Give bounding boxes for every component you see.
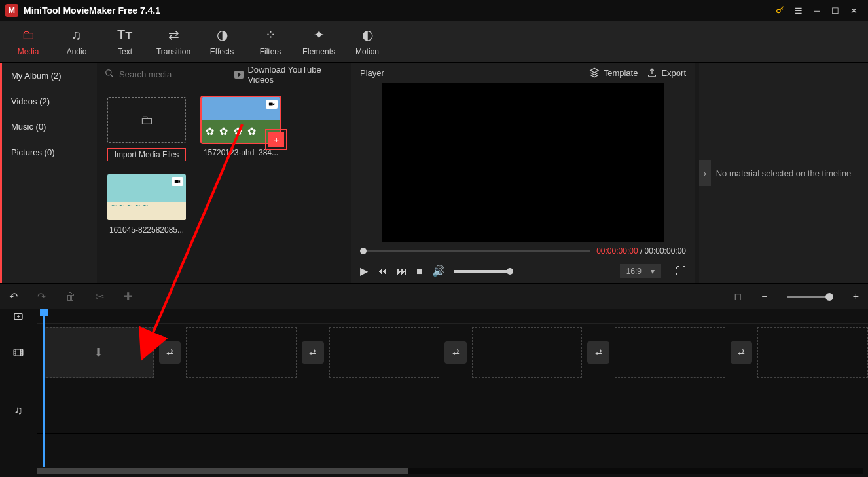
undo-button[interactable]: ↶ (9, 290, 18, 303)
svg-point-0 (777, 9, 780, 12)
media-clip-2[interactable]: 161045-822582085... (107, 174, 186, 235)
video-track[interactable]: ⬇ ⇄ ⇄ ⇄ ⇄ ⇄ (37, 324, 868, 381)
volume-icon[interactable]: 🔊 (432, 265, 445, 277)
transition-placeholder[interactable]: ⇄ (587, 341, 609, 364)
media-browser: Download YouTube Videos 🗀 Import Media F… (97, 63, 347, 283)
clip-caption: 161045-822582085... (107, 225, 186, 235)
sidebar-item-music[interactable]: Music (0) (2, 114, 97, 140)
panel-collapse-handle[interactable]: › (699, 160, 711, 186)
transition-placeholder[interactable]: ⇄ (731, 341, 753, 364)
transition-placeholder[interactable]: ⇄ (444, 341, 467, 364)
progress-bar[interactable] (360, 250, 590, 252)
clip-thumbnail[interactable]: + (202, 97, 280, 143)
split-button[interactable]: ✂ (96, 290, 104, 303)
magnet-icon[interactable]: ⊓ (734, 290, 742, 303)
play-button[interactable]: ▶ (360, 265, 368, 277)
import-card[interactable]: 🗀 Import Media Files (107, 97, 186, 161)
next-frame-button[interactable]: ⏭ (397, 265, 407, 277)
template-button[interactable]: Template (589, 67, 638, 78)
tab-transition[interactable]: ⇄Transition (152, 27, 195, 56)
menu-icon[interactable]: ☰ (789, 6, 808, 16)
prev-frame-button[interactable]: ⏮ (377, 265, 388, 277)
tab-elements[interactable]: ✦Elements (297, 27, 340, 56)
video-track-icon[interactable] (0, 324, 37, 381)
tab-filters[interactable]: ⁘Filters (249, 27, 292, 56)
zoom-slider[interactable] (787, 296, 833, 298)
transition-placeholder[interactable]: ⇄ (302, 341, 324, 364)
effects-icon: ◑ (200, 27, 244, 43)
maximize-button[interactable]: ☐ (826, 6, 844, 16)
tab-media[interactable]: 🗀Media (7, 28, 50, 56)
add-to-timeline-button[interactable]: + (268, 132, 284, 147)
timeline-slot[interactable]: ⬇ (43, 327, 154, 378)
sidebar-item-videos[interactable]: Videos (2) (2, 88, 97, 114)
transition-placeholder[interactable]: ⇄ (159, 341, 181, 364)
aspect-ratio-select[interactable]: 16:9 ▾ (620, 264, 661, 278)
timeline-slot[interactable] (615, 327, 725, 378)
delete-button[interactable]: 🗑 (65, 291, 76, 303)
redo-button[interactable]: ↷ (37, 290, 46, 303)
close-button[interactable]: ✕ (844, 6, 863, 16)
tab-motion[interactable]: ◐Motion (346, 27, 389, 56)
add-track-button[interactable] (0, 309, 37, 324)
main-area: My Album (2) Videos (2) Music (0) Pictur… (0, 63, 868, 283)
video-badge-icon (266, 100, 278, 109)
tab-effects[interactable]: ◑Effects (200, 27, 244, 56)
zoom-in-button[interactable]: + (853, 291, 859, 303)
audio-track[interactable] (37, 381, 868, 434)
tab-bar: 🗀Media ♫Audio TᴛText ⇄Transition ◑Effect… (0, 21, 868, 63)
download-youtube-link[interactable]: Download YouTube Videos (234, 65, 339, 85)
timeline-slot[interactable] (472, 327, 583, 378)
search-icon (105, 69, 114, 80)
timeline-body[interactable]: ⬇ ⇄ ⇄ ⇄ ⇄ ⇄ (37, 309, 868, 477)
progress-row: 00:00:00:00 / 00:00:00:00 (351, 242, 695, 259)
filters-icon: ⁘ (249, 27, 292, 43)
text-icon: Tᴛ (103, 27, 147, 43)
svg-rect-2 (269, 103, 273, 106)
media-sidebar: My Album (2) Videos (2) Music (0) Pictur… (0, 63, 97, 283)
svg-rect-3 (175, 180, 179, 183)
titlebar: M MiniTool MovieMaker Free 7.4.1 ☰ ─ ☐ ✕ (0, 0, 868, 21)
tab-audio[interactable]: ♫Audio (55, 28, 98, 56)
app-title: MiniTool MovieMaker Free 7.4.1 (24, 5, 771, 16)
audio-track-icon[interactable]: ♫ (0, 381, 37, 439)
sidebar-item-my-album[interactable]: My Album (2) (2, 63, 97, 88)
youtube-icon (234, 71, 244, 79)
timeline: ♫ ⬇ ⇄ ⇄ ⇄ ⇄ ⇄ (0, 309, 868, 477)
media-clip-1[interactable]: + 15720123-uhd_384... (202, 97, 280, 161)
crop-button[interactable]: ✚ (124, 290, 132, 303)
tab-text[interactable]: TᴛText (103, 27, 147, 56)
media-browser-toolbar: Download YouTube Videos (97, 63, 347, 86)
search-input[interactable] (119, 69, 229, 79)
premium-key-icon[interactable] (771, 5, 789, 17)
svg-point-1 (106, 70, 111, 75)
media-thumbnails: 🗀 Import Media Files + 15720123-uhd_384.… (97, 86, 347, 245)
volume-slider[interactable] (454, 270, 513, 273)
stop-button[interactable]: ■ (416, 265, 423, 277)
svg-rect-5 (14, 349, 23, 356)
sidebar-item-pictures[interactable]: Pictures (0) (2, 140, 97, 165)
export-button[interactable]: Export (647, 67, 686, 78)
motion-icon: ◐ (346, 27, 389, 43)
transition-icon: ⇄ (152, 27, 195, 43)
timeline-slot[interactable] (757, 327, 868, 378)
timecode: 00:00:00:00 / 00:00:00:00 (596, 246, 686, 256)
zoom-out-button[interactable]: − (761, 291, 767, 303)
video-preview-area (351, 83, 695, 242)
timeline-slot[interactable] (186, 327, 297, 378)
timeline-toolbar: ↶ ↷ 🗑 ✂ ✚ ⊓ − + (0, 283, 868, 309)
timeline-slot[interactable] (329, 327, 440, 378)
folder-icon: 🗀 (7, 28, 50, 43)
timeline-ruler[interactable] (37, 309, 868, 324)
import-dropzone[interactable]: 🗀 (107, 97, 186, 143)
player-panel: Player Template Export 00:00:00:00 / 00:… (351, 63, 695, 283)
minimize-button[interactable]: ─ (808, 6, 826, 16)
timeline-scrollbar[interactable] (37, 468, 863, 474)
playhead[interactable] (43, 309, 45, 467)
clip-thumbnail[interactable] (107, 174, 186, 220)
fullscreen-button[interactable]: ⛶ (676, 265, 686, 277)
video-screen[interactable] (382, 83, 664, 242)
player-controls: ▶ ⏮ ⏭ ■ 🔊 16:9 ▾ ⛶ (351, 259, 695, 283)
scrollbar-thumb[interactable] (37, 468, 408, 474)
import-label: Import Media Files (107, 148, 186, 161)
